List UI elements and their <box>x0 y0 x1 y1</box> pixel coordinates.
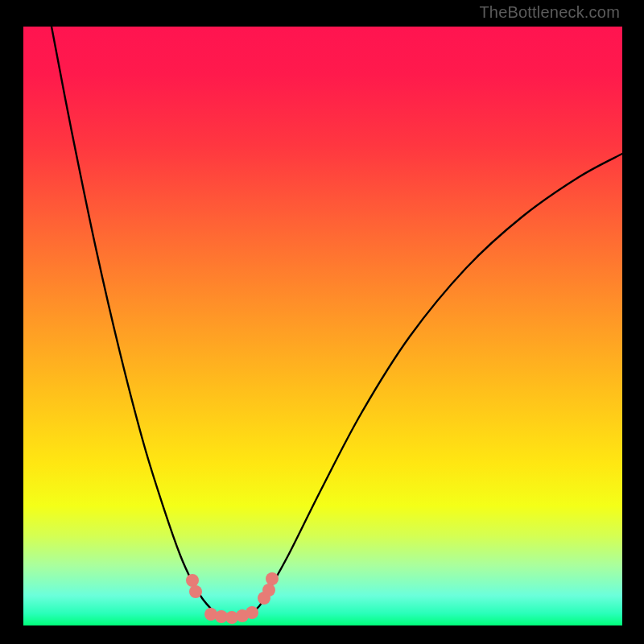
bottleneck-curve <box>52 27 622 617</box>
plot-area <box>23 27 622 625</box>
outer-frame: TheBottleneck.com <box>0 0 644 644</box>
marker-right-cluster-top <box>266 572 279 585</box>
data-markers <box>186 572 279 624</box>
chart-svg <box>23 27 622 625</box>
marker-right-cluster-mid <box>262 584 275 597</box>
marker-left-cluster-bottom <box>189 585 202 598</box>
watermark-text: TheBottleneck.com <box>479 3 620 22</box>
marker-valley-5 <box>246 606 258 619</box>
marker-left-cluster-top <box>186 574 199 587</box>
